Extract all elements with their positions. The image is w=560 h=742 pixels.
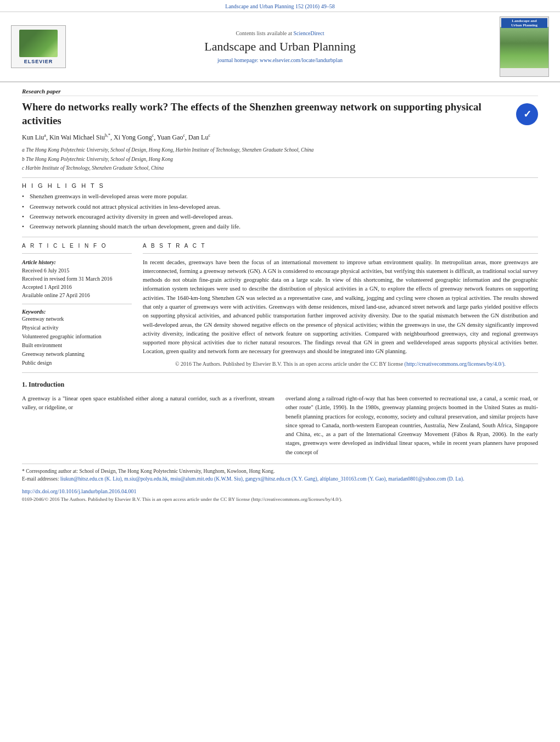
article-history: Article history: Received 6 July 2015 Re… bbox=[22, 258, 132, 299]
highlight-item-2: Greenway network could not attract physi… bbox=[22, 203, 538, 211]
page-wrapper: Landscape and Urban Planning 152 (2016) … bbox=[0, 0, 560, 742]
journal-title: Landscape and Urban Planning bbox=[88, 40, 472, 54]
abstract-col: A B S T R A C T In recent decades, green… bbox=[143, 243, 538, 368]
affiliation-b: b The Hong Kong Polytechnic University, … bbox=[22, 155, 538, 163]
license-footer-text: 0169-2046/© 2016 The Authors. Published … bbox=[22, 496, 343, 502]
author-lu: , Dan Lu bbox=[185, 133, 208, 141]
homepage-link[interactable]: www.elsevier.com/locate/landurbplan bbox=[260, 57, 343, 63]
kw-3: Volunteered geographic information bbox=[22, 332, 132, 341]
history-label: Article history: bbox=[22, 258, 132, 266]
intro-section-heading: Introduction bbox=[29, 381, 64, 388]
email-addresses: E-mail addresses: liukun@hitsz.edu.cn (K… bbox=[22, 475, 538, 483]
email-list: liukun@hitsz.edu.cn (K. Liu), m.siu@poly… bbox=[60, 476, 464, 482]
homepage-label: journal homepage: bbox=[217, 57, 259, 63]
author-sup-b: b,* bbox=[105, 133, 110, 138]
journal-cover-area: Landscape andUrban Planning bbox=[483, 16, 549, 77]
doi-url[interactable]: http://dx.doi.org/10.1016/j.landurbplan.… bbox=[22, 488, 136, 494]
crossmark-badge[interactable]: ✓ bbox=[516, 103, 538, 125]
journal-cover-image: Landscape andUrban Planning bbox=[500, 16, 549, 77]
divider-keywords bbox=[22, 304, 132, 304]
doi-line[interactable]: http://dx.doi.org/10.1016/j.landurbplan.… bbox=[22, 488, 538, 494]
keywords-label: Keywords: bbox=[22, 309, 132, 315]
cover-label-text: Landscape andUrban Planning bbox=[501, 18, 547, 28]
abstract-heading: A B S T R A C T bbox=[143, 243, 538, 249]
email-label: E-mail addresses: bbox=[22, 476, 59, 482]
corresponding-author: * Corresponding author at: School of Des… bbox=[22, 467, 538, 475]
divider-3 bbox=[22, 372, 538, 373]
available-date: Available online 27 April 2016 bbox=[22, 291, 132, 299]
journal-volume-info: Landscape and Urban Planning 152 (2016) … bbox=[225, 3, 334, 9]
divider-1 bbox=[22, 177, 538, 178]
kw-6: Public design bbox=[22, 359, 132, 367]
kw-1: Greenway network bbox=[22, 315, 132, 323]
kw-4: Built environment bbox=[22, 341, 132, 350]
author-gong: , Xi Yong Gong bbox=[110, 133, 152, 141]
license-footer: 0169-2046/© 2016 The Authors. Published … bbox=[22, 496, 538, 502]
author-siu: , Kin Wai Michael Siu bbox=[46, 133, 105, 141]
accepted-date: Accepted 1 April 2016 bbox=[22, 283, 132, 291]
intro-left-text: A greenway is a "linear open space estab… bbox=[22, 394, 275, 412]
author-kun-liu: Kun Liu bbox=[22, 133, 44, 141]
article-type-label: Research paper bbox=[22, 88, 538, 96]
main-content: Research paper Where do networks really … bbox=[0, 82, 560, 507]
top-bar: Landscape and Urban Planning 152 (2016) … bbox=[0, 0, 560, 12]
kw-5: Greenway network planning bbox=[22, 350, 132, 359]
received-date: Received 6 July 2015 bbox=[22, 266, 132, 275]
crossmark-icon: ✓ bbox=[523, 109, 531, 119]
intro-left-col: A greenway is a "linear open space estab… bbox=[22, 394, 275, 457]
elsevier-tree-icon bbox=[19, 30, 58, 57]
elsevier-logo-area: ELSEVIER bbox=[11, 25, 77, 68]
sciencedirect-link[interactable]: ScienceDirect bbox=[293, 30, 324, 36]
introduction-section: 1. Introduction A greenway is a "linear … bbox=[22, 381, 538, 457]
divider-abstract bbox=[143, 253, 538, 254]
intro-section-num: 1. bbox=[22, 381, 27, 388]
highlights-list: Shenzhen greenways in well-developed are… bbox=[22, 192, 538, 231]
article-title: Where do networks really work? The effec… bbox=[22, 101, 516, 127]
copyright-line: © 2016 The Authors. Published by Elsevie… bbox=[143, 360, 538, 369]
highlights-title: H I G H L I G H T S bbox=[22, 182, 538, 189]
abstract-paragraph: In recent decades, greenways have been t… bbox=[143, 258, 538, 356]
highlight-item-4: Greenway network planning should match t… bbox=[22, 222, 538, 231]
article-info-col: A R T I C L E I N F O Article history: R… bbox=[22, 243, 132, 368]
highlights-section: H I G H L I G H T S Shenzhen greenways i… bbox=[22, 182, 538, 231]
affiliations: a The Hong Kong Polytechnic University, … bbox=[22, 146, 538, 172]
authors-line: Kun Liua, Kin Wai Michael Siub,*, Xi Yon… bbox=[22, 133, 538, 142]
revised-date: Received in revised form 31 March 2016 bbox=[22, 275, 132, 283]
article-title-row: Where do networks really work? The effec… bbox=[22, 101, 538, 127]
keywords-list: Greenway network Physical activity Volun… bbox=[22, 315, 132, 367]
contents-available: Contents lists available at ScienceDirec… bbox=[88, 30, 472, 36]
highlight-item-1: Shenzhen greenways in well-developed are… bbox=[22, 192, 538, 200]
footnote-area: * Corresponding author at: School of Des… bbox=[22, 464, 538, 483]
intro-two-col: A greenway is a "linear open space estab… bbox=[22, 394, 538, 457]
article-info-heading: A R T I C L E I N F O bbox=[22, 243, 132, 249]
intro-right-text: overland along a railroad right-of-way t… bbox=[285, 394, 538, 457]
contents-label: Contents lists available at bbox=[236, 30, 292, 36]
elsevier-text: ELSEVIER bbox=[24, 59, 53, 64]
journal-header: ELSEVIER Contents lists available at Sci… bbox=[0, 12, 560, 82]
license-link[interactable]: (http://creativecommons.org/licenses/by/… bbox=[405, 361, 506, 367]
cover-image-visual bbox=[500, 27, 548, 68]
intro-right-col: overland along a railroad right-of-way t… bbox=[285, 394, 538, 457]
journal-header-center: Contents lists available at ScienceDirec… bbox=[77, 30, 483, 63]
affiliation-c: c Harbin Institute of Technology, Shenzh… bbox=[22, 164, 538, 172]
keywords-block: Keywords: Greenway network Physical acti… bbox=[22, 309, 132, 367]
intro-section-title: 1. Introduction bbox=[22, 381, 538, 389]
kw-2: Physical activity bbox=[22, 323, 132, 332]
elsevier-logo: ELSEVIER bbox=[11, 25, 66, 68]
affiliation-a: a The Hong Kong Polytechnic University, … bbox=[22, 146, 538, 154]
abstract-text: In recent decades, greenways have been t… bbox=[143, 258, 538, 368]
highlight-item-3: Greenway network encouraged activity div… bbox=[22, 213, 538, 221]
journal-homepage: journal homepage: www.elsevier.com/locat… bbox=[88, 57, 472, 63]
divider-article-info bbox=[22, 253, 132, 254]
author-sup-c3: c bbox=[208, 133, 210, 138]
divider-2 bbox=[22, 237, 538, 237]
article-info-abstract: A R T I C L E I N F O Article history: R… bbox=[22, 243, 538, 368]
author-gao: , Yuan Gao bbox=[154, 133, 183, 141]
copyright-text: © 2016 The Authors. Published by Elsevie… bbox=[175, 361, 403, 367]
